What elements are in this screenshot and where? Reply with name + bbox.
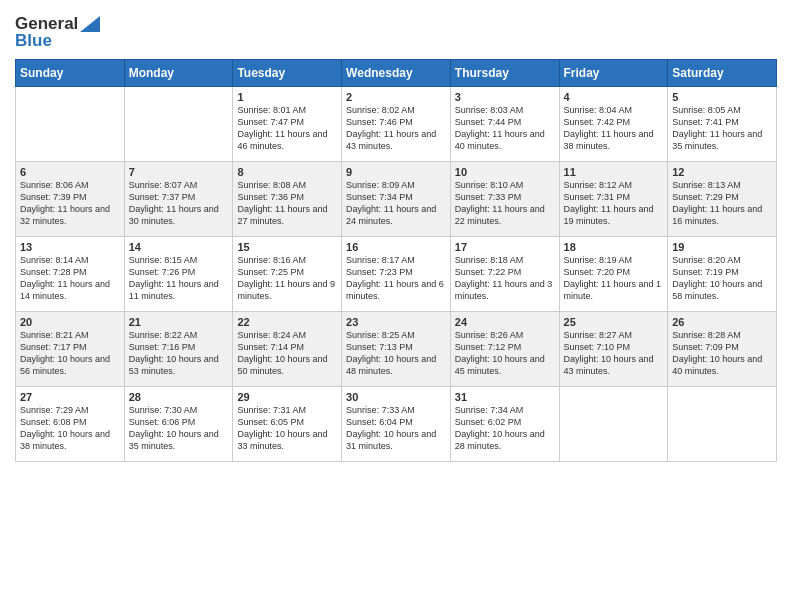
weekday-header: Thursday	[450, 60, 559, 87]
cell-content: Sunrise: 8:07 AM Sunset: 7:37 PM Dayligh…	[129, 179, 229, 228]
calendar-week-row: 20Sunrise: 8:21 AM Sunset: 7:17 PM Dayli…	[16, 312, 777, 387]
calendar-cell: 26Sunrise: 8:28 AM Sunset: 7:09 PM Dayli…	[668, 312, 777, 387]
weekday-header: Wednesday	[342, 60, 451, 87]
calendar-cell: 23Sunrise: 8:25 AM Sunset: 7:13 PM Dayli…	[342, 312, 451, 387]
day-number: 14	[129, 241, 229, 253]
calendar-cell: 5Sunrise: 8:05 AM Sunset: 7:41 PM Daylig…	[668, 87, 777, 162]
cell-content: Sunrise: 8:04 AM Sunset: 7:42 PM Dayligh…	[564, 104, 664, 153]
calendar-cell: 14Sunrise: 8:15 AM Sunset: 7:26 PM Dayli…	[124, 237, 233, 312]
calendar-cell: 16Sunrise: 8:17 AM Sunset: 7:23 PM Dayli…	[342, 237, 451, 312]
day-number: 7	[129, 166, 229, 178]
cell-content: Sunrise: 8:27 AM Sunset: 7:10 PM Dayligh…	[564, 329, 664, 378]
calendar-cell: 13Sunrise: 8:14 AM Sunset: 7:28 PM Dayli…	[16, 237, 125, 312]
cell-content: Sunrise: 8:20 AM Sunset: 7:19 PM Dayligh…	[672, 254, 772, 303]
cell-content: Sunrise: 8:28 AM Sunset: 7:09 PM Dayligh…	[672, 329, 772, 378]
cell-content: Sunrise: 8:17 AM Sunset: 7:23 PM Dayligh…	[346, 254, 446, 303]
cell-content: Sunrise: 8:05 AM Sunset: 7:41 PM Dayligh…	[672, 104, 772, 153]
calendar-cell: 19Sunrise: 8:20 AM Sunset: 7:19 PM Dayli…	[668, 237, 777, 312]
calendar-cell: 31Sunrise: 7:34 AM Sunset: 6:02 PM Dayli…	[450, 387, 559, 462]
calendar-week-row: 27Sunrise: 7:29 AM Sunset: 6:08 PM Dayli…	[16, 387, 777, 462]
day-number: 12	[672, 166, 772, 178]
day-number: 26	[672, 316, 772, 328]
cell-content: Sunrise: 7:31 AM Sunset: 6:05 PM Dayligh…	[237, 404, 337, 453]
day-number: 24	[455, 316, 555, 328]
calendar-week-row: 1Sunrise: 8:01 AM Sunset: 7:47 PM Daylig…	[16, 87, 777, 162]
calendar-cell: 1Sunrise: 8:01 AM Sunset: 7:47 PM Daylig…	[233, 87, 342, 162]
calendar-week-row: 13Sunrise: 8:14 AM Sunset: 7:28 PM Dayli…	[16, 237, 777, 312]
cell-content: Sunrise: 8:18 AM Sunset: 7:22 PM Dayligh…	[455, 254, 555, 303]
day-number: 6	[20, 166, 120, 178]
cell-content: Sunrise: 7:34 AM Sunset: 6:02 PM Dayligh…	[455, 404, 555, 453]
cell-content: Sunrise: 8:03 AM Sunset: 7:44 PM Dayligh…	[455, 104, 555, 153]
calendar-cell: 9Sunrise: 8:09 AM Sunset: 7:34 PM Daylig…	[342, 162, 451, 237]
calendar-cell: 3Sunrise: 8:03 AM Sunset: 7:44 PM Daylig…	[450, 87, 559, 162]
logo-icon	[80, 16, 100, 32]
calendar-cell: 21Sunrise: 8:22 AM Sunset: 7:16 PM Dayli…	[124, 312, 233, 387]
calendar-cell	[124, 87, 233, 162]
day-number: 20	[20, 316, 120, 328]
logo-blue-text: Blue	[15, 31, 52, 51]
calendar-cell: 4Sunrise: 8:04 AM Sunset: 7:42 PM Daylig…	[559, 87, 668, 162]
day-number: 19	[672, 241, 772, 253]
calendar-cell: 17Sunrise: 8:18 AM Sunset: 7:22 PM Dayli…	[450, 237, 559, 312]
calendar-cell: 29Sunrise: 7:31 AM Sunset: 6:05 PM Dayli…	[233, 387, 342, 462]
cell-content: Sunrise: 8:01 AM Sunset: 7:47 PM Dayligh…	[237, 104, 337, 153]
cell-content: Sunrise: 8:21 AM Sunset: 7:17 PM Dayligh…	[20, 329, 120, 378]
calendar-cell: 22Sunrise: 8:24 AM Sunset: 7:14 PM Dayli…	[233, 312, 342, 387]
page-container: General Blue SundayMondayTuesdayWednesda…	[0, 0, 792, 472]
weekday-header: Friday	[559, 60, 668, 87]
day-number: 28	[129, 391, 229, 403]
day-number: 21	[129, 316, 229, 328]
calendar-cell: 20Sunrise: 8:21 AM Sunset: 7:17 PM Dayli…	[16, 312, 125, 387]
calendar-cell: 11Sunrise: 8:12 AM Sunset: 7:31 PM Dayli…	[559, 162, 668, 237]
cell-content: Sunrise: 8:25 AM Sunset: 7:13 PM Dayligh…	[346, 329, 446, 378]
cell-content: Sunrise: 7:30 AM Sunset: 6:06 PM Dayligh…	[129, 404, 229, 453]
cell-content: Sunrise: 8:02 AM Sunset: 7:46 PM Dayligh…	[346, 104, 446, 153]
calendar-body: 1Sunrise: 8:01 AM Sunset: 7:47 PM Daylig…	[16, 87, 777, 462]
day-number: 25	[564, 316, 664, 328]
calendar-table: SundayMondayTuesdayWednesdayThursdayFrid…	[15, 59, 777, 462]
calendar-cell	[559, 387, 668, 462]
day-number: 17	[455, 241, 555, 253]
calendar-cell	[668, 387, 777, 462]
cell-content: Sunrise: 8:13 AM Sunset: 7:29 PM Dayligh…	[672, 179, 772, 228]
cell-content: Sunrise: 7:29 AM Sunset: 6:08 PM Dayligh…	[20, 404, 120, 453]
calendar-cell: 27Sunrise: 7:29 AM Sunset: 6:08 PM Dayli…	[16, 387, 125, 462]
cell-content: Sunrise: 8:08 AM Sunset: 7:36 PM Dayligh…	[237, 179, 337, 228]
day-number: 13	[20, 241, 120, 253]
cell-content: Sunrise: 8:14 AM Sunset: 7:28 PM Dayligh…	[20, 254, 120, 303]
calendar-cell: 15Sunrise: 8:16 AM Sunset: 7:25 PM Dayli…	[233, 237, 342, 312]
cell-content: Sunrise: 8:06 AM Sunset: 7:39 PM Dayligh…	[20, 179, 120, 228]
day-number: 3	[455, 91, 555, 103]
day-number: 16	[346, 241, 446, 253]
logo: General Blue	[15, 14, 100, 51]
calendar-cell	[16, 87, 125, 162]
svg-marker-0	[80, 16, 100, 32]
cell-content: Sunrise: 8:16 AM Sunset: 7:25 PM Dayligh…	[237, 254, 337, 303]
calendar-cell: 25Sunrise: 8:27 AM Sunset: 7:10 PM Dayli…	[559, 312, 668, 387]
day-number: 1	[237, 91, 337, 103]
calendar-cell: 28Sunrise: 7:30 AM Sunset: 6:06 PM Dayli…	[124, 387, 233, 462]
day-number: 4	[564, 91, 664, 103]
calendar-cell: 8Sunrise: 8:08 AM Sunset: 7:36 PM Daylig…	[233, 162, 342, 237]
weekday-header: Sunday	[16, 60, 125, 87]
day-number: 5	[672, 91, 772, 103]
day-number: 27	[20, 391, 120, 403]
day-number: 2	[346, 91, 446, 103]
calendar-cell: 6Sunrise: 8:06 AM Sunset: 7:39 PM Daylig…	[16, 162, 125, 237]
day-number: 31	[455, 391, 555, 403]
cell-content: Sunrise: 7:33 AM Sunset: 6:04 PM Dayligh…	[346, 404, 446, 453]
day-number: 23	[346, 316, 446, 328]
page-header: General Blue	[15, 10, 777, 51]
day-number: 11	[564, 166, 664, 178]
weekday-header: Tuesday	[233, 60, 342, 87]
day-number: 22	[237, 316, 337, 328]
cell-content: Sunrise: 8:12 AM Sunset: 7:31 PM Dayligh…	[564, 179, 664, 228]
cell-content: Sunrise: 8:15 AM Sunset: 7:26 PM Dayligh…	[129, 254, 229, 303]
cell-content: Sunrise: 8:24 AM Sunset: 7:14 PM Dayligh…	[237, 329, 337, 378]
cell-content: Sunrise: 8:19 AM Sunset: 7:20 PM Dayligh…	[564, 254, 664, 303]
cell-content: Sunrise: 8:09 AM Sunset: 7:34 PM Dayligh…	[346, 179, 446, 228]
weekday-header: Monday	[124, 60, 233, 87]
day-number: 8	[237, 166, 337, 178]
calendar-cell: 2Sunrise: 8:02 AM Sunset: 7:46 PM Daylig…	[342, 87, 451, 162]
